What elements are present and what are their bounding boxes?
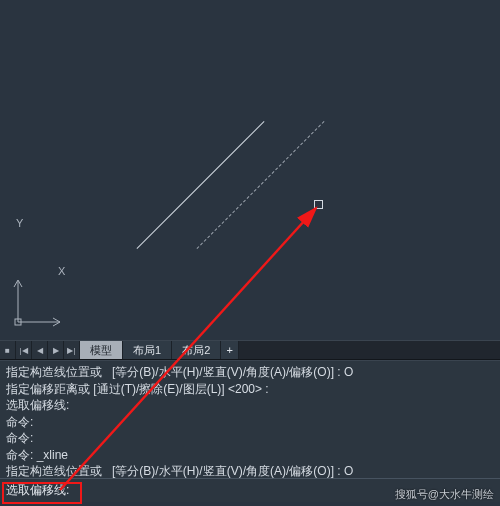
cmd-line: 命令: _xline <box>6 448 68 462</box>
ucs-icon: Y X <box>10 275 65 330</box>
cursor-pickbox <box>314 200 323 209</box>
cmd-line: 选取偏移线: <box>6 398 69 412</box>
watermark: 搜狐号@大水牛测绘 <box>395 487 494 502</box>
tab-layout1[interactable]: 布局1 <box>123 341 172 359</box>
tab-nav-last[interactable]: ▶| <box>64 341 80 359</box>
tab-layout2[interactable]: 布局2 <box>172 341 221 359</box>
cmd-line: 指定构造线位置或 [等分(B)/水平(H)/竖直(V)/角度(A)/偏移(O)]… <box>6 464 353 478</box>
ucs-x-label: X <box>58 265 65 277</box>
cmd-line: 指定偏移距离或 [通过(T)/擦除(E)/图层(L)] <200> : <box>6 382 269 396</box>
ucs-y-label: Y <box>16 217 23 229</box>
xline-solid <box>137 121 265 249</box>
cmd-line: 命令: <box>6 415 33 429</box>
tab-nav-first[interactable]: |◀ <box>16 341 32 359</box>
layout-tab-bar: |◀ ◀ ▶ ▶| 模型 布局1 布局2 + <box>0 340 500 360</box>
tab-nav-next[interactable]: ▶ <box>48 341 64 359</box>
tab-add[interactable]: + <box>221 341 239 359</box>
cmd-line: 指定构造线位置或 [等分(B)/水平(H)/竖直(V)/角度(A)/偏移(O)]… <box>6 365 353 379</box>
cmd-line: 命令: <box>6 431 33 445</box>
tab-nav-prev[interactable]: ◀ <box>32 341 48 359</box>
command-history: 指定构造线位置或 [等分(B)/水平(H)/竖直(V)/角度(A)/偏移(O)]… <box>0 360 500 478</box>
command-prompt: 选取偏移线: <box>6 482 69 499</box>
tab-nav-menu[interactable] <box>0 341 16 359</box>
drawing-canvas[interactable]: Y X <box>0 0 500 340</box>
tab-model[interactable]: 模型 <box>80 341 123 359</box>
xline-dashed <box>197 121 325 249</box>
